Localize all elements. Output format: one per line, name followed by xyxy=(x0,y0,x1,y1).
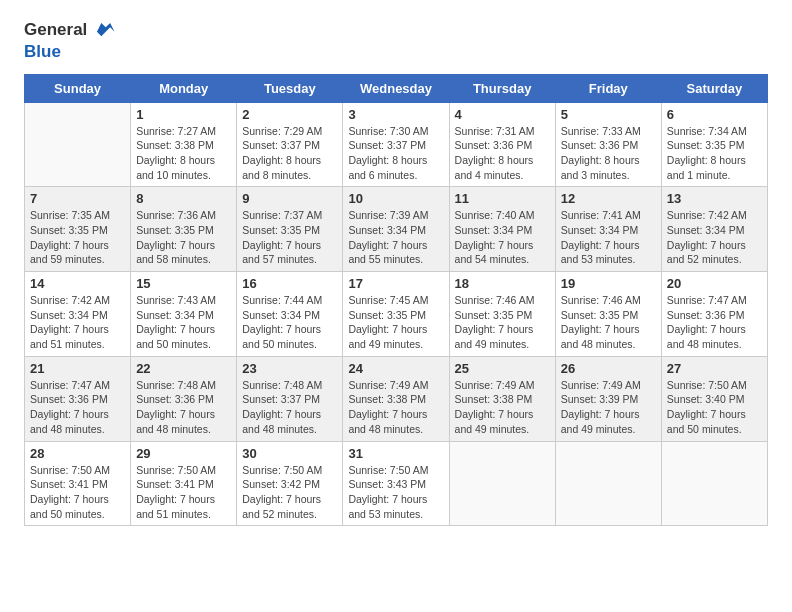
calendar-cell: 12Sunrise: 7:41 AMSunset: 3:34 PMDayligh… xyxy=(555,187,661,272)
day-number: 15 xyxy=(136,276,231,291)
cell-info: Sunrise: 7:37 AMSunset: 3:35 PMDaylight:… xyxy=(242,208,337,267)
cell-info: Sunrise: 7:42 AMSunset: 3:34 PMDaylight:… xyxy=(667,208,762,267)
cell-info: Sunrise: 7:34 AMSunset: 3:35 PMDaylight:… xyxy=(667,124,762,183)
calendar-cell: 19Sunrise: 7:46 AMSunset: 3:35 PMDayligh… xyxy=(555,272,661,357)
calendar-cell xyxy=(661,441,767,526)
cell-info: Sunrise: 7:41 AMSunset: 3:34 PMDaylight:… xyxy=(561,208,656,267)
day-number: 26 xyxy=(561,361,656,376)
cell-info: Sunrise: 7:27 AMSunset: 3:38 PMDaylight:… xyxy=(136,124,231,183)
day-number: 31 xyxy=(348,446,443,461)
calendar-cell: 20Sunrise: 7:47 AMSunset: 3:36 PMDayligh… xyxy=(661,272,767,357)
col-header-tuesday: Tuesday xyxy=(237,74,343,102)
day-number: 18 xyxy=(455,276,550,291)
calendar-cell: 2Sunrise: 7:29 AMSunset: 3:37 PMDaylight… xyxy=(237,102,343,187)
calendar-cell: 11Sunrise: 7:40 AMSunset: 3:34 PMDayligh… xyxy=(449,187,555,272)
day-number: 24 xyxy=(348,361,443,376)
calendar-cell: 22Sunrise: 7:48 AMSunset: 3:36 PMDayligh… xyxy=(131,356,237,441)
calendar-cell: 14Sunrise: 7:42 AMSunset: 3:34 PMDayligh… xyxy=(25,272,131,357)
calendar-cell: 8Sunrise: 7:36 AMSunset: 3:35 PMDaylight… xyxy=(131,187,237,272)
cell-info: Sunrise: 7:31 AMSunset: 3:36 PMDaylight:… xyxy=(455,124,550,183)
cell-info: Sunrise: 7:47 AMSunset: 3:36 PMDaylight:… xyxy=(30,378,125,437)
cell-info: Sunrise: 7:46 AMSunset: 3:35 PMDaylight:… xyxy=(455,293,550,352)
cell-info: Sunrise: 7:45 AMSunset: 3:35 PMDaylight:… xyxy=(348,293,443,352)
day-number: 19 xyxy=(561,276,656,291)
day-number: 6 xyxy=(667,107,762,122)
calendar-cell: 31Sunrise: 7:50 AMSunset: 3:43 PMDayligh… xyxy=(343,441,449,526)
logo-general: General xyxy=(24,20,87,39)
day-number: 9 xyxy=(242,191,337,206)
day-number: 21 xyxy=(30,361,125,376)
cell-info: Sunrise: 7:50 AMSunset: 3:40 PMDaylight:… xyxy=(667,378,762,437)
cell-info: Sunrise: 7:29 AMSunset: 3:37 PMDaylight:… xyxy=(242,124,337,183)
day-number: 7 xyxy=(30,191,125,206)
calendar-cell: 5Sunrise: 7:33 AMSunset: 3:36 PMDaylight… xyxy=(555,102,661,187)
day-number: 29 xyxy=(136,446,231,461)
calendar-cell: 30Sunrise: 7:50 AMSunset: 3:42 PMDayligh… xyxy=(237,441,343,526)
calendar-table: SundayMondayTuesdayWednesdayThursdayFrid… xyxy=(24,74,768,527)
calendar-cell: 25Sunrise: 7:49 AMSunset: 3:38 PMDayligh… xyxy=(449,356,555,441)
cell-info: Sunrise: 7:46 AMSunset: 3:35 PMDaylight:… xyxy=(561,293,656,352)
day-number: 30 xyxy=(242,446,337,461)
day-number: 5 xyxy=(561,107,656,122)
calendar-cell: 29Sunrise: 7:50 AMSunset: 3:41 PMDayligh… xyxy=(131,441,237,526)
col-header-friday: Friday xyxy=(555,74,661,102)
col-header-thursday: Thursday xyxy=(449,74,555,102)
calendar-cell xyxy=(25,102,131,187)
day-number: 14 xyxy=(30,276,125,291)
day-number: 13 xyxy=(667,191,762,206)
calendar-cell: 4Sunrise: 7:31 AMSunset: 3:36 PMDaylight… xyxy=(449,102,555,187)
day-number: 20 xyxy=(667,276,762,291)
col-header-wednesday: Wednesday xyxy=(343,74,449,102)
cell-info: Sunrise: 7:50 AMSunset: 3:42 PMDaylight:… xyxy=(242,463,337,522)
cell-info: Sunrise: 7:48 AMSunset: 3:36 PMDaylight:… xyxy=(136,378,231,437)
cell-info: Sunrise: 7:48 AMSunset: 3:37 PMDaylight:… xyxy=(242,378,337,437)
day-number: 27 xyxy=(667,361,762,376)
day-number: 22 xyxy=(136,361,231,376)
cell-info: Sunrise: 7:47 AMSunset: 3:36 PMDaylight:… xyxy=(667,293,762,352)
calendar-cell xyxy=(555,441,661,526)
day-number: 2 xyxy=(242,107,337,122)
cell-info: Sunrise: 7:49 AMSunset: 3:38 PMDaylight:… xyxy=(455,378,550,437)
calendar-cell: 9Sunrise: 7:37 AMSunset: 3:35 PMDaylight… xyxy=(237,187,343,272)
cell-info: Sunrise: 7:36 AMSunset: 3:35 PMDaylight:… xyxy=(136,208,231,267)
calendar-cell: 16Sunrise: 7:44 AMSunset: 3:34 PMDayligh… xyxy=(237,272,343,357)
day-number: 17 xyxy=(348,276,443,291)
day-number: 28 xyxy=(30,446,125,461)
calendar-cell: 10Sunrise: 7:39 AMSunset: 3:34 PMDayligh… xyxy=(343,187,449,272)
cell-info: Sunrise: 7:49 AMSunset: 3:39 PMDaylight:… xyxy=(561,378,656,437)
col-header-saturday: Saturday xyxy=(661,74,767,102)
calendar-cell: 13Sunrise: 7:42 AMSunset: 3:34 PMDayligh… xyxy=(661,187,767,272)
day-number: 1 xyxy=(136,107,231,122)
calendar-cell: 28Sunrise: 7:50 AMSunset: 3:41 PMDayligh… xyxy=(25,441,131,526)
day-number: 8 xyxy=(136,191,231,206)
cell-info: Sunrise: 7:30 AMSunset: 3:37 PMDaylight:… xyxy=(348,124,443,183)
cell-info: Sunrise: 7:50 AMSunset: 3:41 PMDaylight:… xyxy=(30,463,125,522)
cell-info: Sunrise: 7:50 AMSunset: 3:41 PMDaylight:… xyxy=(136,463,231,522)
cell-info: Sunrise: 7:40 AMSunset: 3:34 PMDaylight:… xyxy=(455,208,550,267)
col-header-sunday: Sunday xyxy=(25,74,131,102)
calendar-cell xyxy=(449,441,555,526)
logo-blue: Blue xyxy=(24,42,116,62)
calendar-cell: 15Sunrise: 7:43 AMSunset: 3:34 PMDayligh… xyxy=(131,272,237,357)
cell-info: Sunrise: 7:42 AMSunset: 3:34 PMDaylight:… xyxy=(30,293,125,352)
day-number: 11 xyxy=(455,191,550,206)
day-number: 16 xyxy=(242,276,337,291)
calendar-cell: 17Sunrise: 7:45 AMSunset: 3:35 PMDayligh… xyxy=(343,272,449,357)
cell-info: Sunrise: 7:43 AMSunset: 3:34 PMDaylight:… xyxy=(136,293,231,352)
calendar-cell: 7Sunrise: 7:35 AMSunset: 3:35 PMDaylight… xyxy=(25,187,131,272)
calendar-cell: 24Sunrise: 7:49 AMSunset: 3:38 PMDayligh… xyxy=(343,356,449,441)
calendar-cell: 23Sunrise: 7:48 AMSunset: 3:37 PMDayligh… xyxy=(237,356,343,441)
calendar-cell: 6Sunrise: 7:34 AMSunset: 3:35 PMDaylight… xyxy=(661,102,767,187)
calendar-cell: 26Sunrise: 7:49 AMSunset: 3:39 PMDayligh… xyxy=(555,356,661,441)
calendar-cell: 18Sunrise: 7:46 AMSunset: 3:35 PMDayligh… xyxy=(449,272,555,357)
col-header-monday: Monday xyxy=(131,74,237,102)
day-number: 4 xyxy=(455,107,550,122)
day-number: 23 xyxy=(242,361,337,376)
calendar-cell: 27Sunrise: 7:50 AMSunset: 3:40 PMDayligh… xyxy=(661,356,767,441)
day-number: 25 xyxy=(455,361,550,376)
logo: General Blue xyxy=(24,20,116,62)
cell-info: Sunrise: 7:35 AMSunset: 3:35 PMDaylight:… xyxy=(30,208,125,267)
cell-info: Sunrise: 7:39 AMSunset: 3:34 PMDaylight:… xyxy=(348,208,443,267)
calendar-cell: 1Sunrise: 7:27 AMSunset: 3:38 PMDaylight… xyxy=(131,102,237,187)
day-number: 3 xyxy=(348,107,443,122)
